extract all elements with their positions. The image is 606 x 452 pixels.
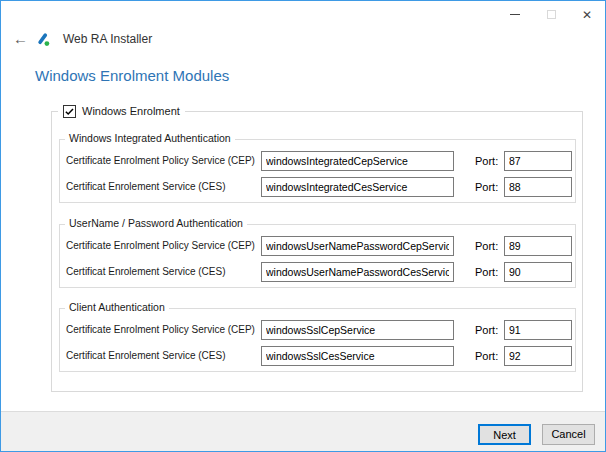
minimize-icon bbox=[510, 14, 520, 15]
userpass-ces-service-input[interactable] bbox=[261, 262, 454, 282]
cep-row: Certificate Enrolment Policy Service (CE… bbox=[66, 151, 571, 171]
ces-label: Certificat Enrolement Service (CES) bbox=[66, 262, 226, 282]
userpass-ces-port-input[interactable] bbox=[504, 262, 572, 282]
windows-enrolment-checkbox[interactable] bbox=[63, 105, 76, 118]
cep-label: Certificate Enrolment Policy Service (CE… bbox=[66, 320, 255, 340]
integrated-cep-service-input[interactable] bbox=[261, 151, 454, 171]
windows-enrolment-legend: Windows Enrolment bbox=[58, 103, 185, 119]
port-label: Port: bbox=[475, 346, 498, 366]
ssl-ces-service-input[interactable] bbox=[261, 346, 454, 366]
ssl-cep-port-input[interactable] bbox=[504, 320, 572, 340]
port-label: Port: bbox=[475, 151, 498, 171]
group-windows-integrated-auth: Windows Integrated Authentication Certif… bbox=[59, 139, 576, 203]
cancel-button[interactable]: Cancel bbox=[542, 424, 595, 445]
app-title: Web RA Installer bbox=[59, 32, 152, 46]
ces-row: Certificat Enrolement Service (CES) Port… bbox=[66, 262, 571, 282]
ssl-cep-service-input[interactable] bbox=[261, 320, 454, 340]
group-client-auth: Client Authentication Certificate Enrolm… bbox=[59, 308, 576, 372]
userpass-cep-service-input[interactable] bbox=[261, 236, 454, 256]
port-label: Port: bbox=[475, 320, 498, 340]
group-title: Windows Integrated Authentication bbox=[65, 132, 235, 144]
maximize-button bbox=[533, 1, 569, 28]
cep-row: Certificate Enrolment Policy Service (CE… bbox=[66, 320, 571, 340]
cep-label: Certificate Enrolment Policy Service (CE… bbox=[66, 151, 255, 171]
ces-row: Certificat Enrolement Service (CES) Port… bbox=[66, 346, 571, 366]
close-button[interactable]: ✕ bbox=[569, 1, 605, 28]
app-logo-icon bbox=[36, 32, 51, 47]
ces-row: Certificat Enrolement Service (CES) Port… bbox=[66, 177, 571, 197]
windows-enrolment-checkbox-label: Windows Enrolment bbox=[82, 105, 180, 117]
windows-enrolment-groupbox: Windows Enrolment Windows Integrated Aut… bbox=[51, 111, 583, 392]
port-label: Port: bbox=[475, 262, 498, 282]
port-label: Port: bbox=[475, 177, 498, 197]
next-button[interactable]: Next bbox=[478, 424, 531, 445]
cep-label: Certificate Enrolment Policy Service (CE… bbox=[66, 236, 255, 256]
port-label: Port: bbox=[475, 236, 498, 256]
ces-label: Certificat Enrolement Service (CES) bbox=[66, 177, 226, 197]
caption-buttons: ✕ bbox=[497, 1, 605, 28]
group-username-password-auth: UserName / Password Authentication Certi… bbox=[59, 224, 576, 288]
back-button[interactable]: ← bbox=[13, 30, 28, 48]
cep-row: Certificate Enrolment Policy Service (CE… bbox=[66, 236, 571, 256]
userpass-cep-port-input[interactable] bbox=[504, 236, 572, 256]
ssl-ces-port-input[interactable] bbox=[504, 346, 572, 366]
integrated-cep-port-input[interactable] bbox=[504, 151, 572, 171]
integrated-ces-service-input[interactable] bbox=[261, 177, 454, 197]
checkmark-icon bbox=[64, 106, 75, 117]
titlebar: ✕ bbox=[1, 1, 605, 29]
minimize-button[interactable] bbox=[497, 1, 533, 28]
group-title: Client Authentication bbox=[65, 301, 169, 313]
installer-window: ✕ ← Web RA Installer Windows Enrolment M… bbox=[0, 0, 606, 452]
footer: Next Cancel bbox=[1, 411, 605, 451]
maximize-icon bbox=[547, 10, 556, 19]
ces-label: Certificat Enrolement Service (CES) bbox=[66, 346, 226, 366]
group-title: UserName / Password Authentication bbox=[65, 217, 247, 229]
header: ← Web RA Installer bbox=[13, 30, 152, 48]
integrated-ces-port-input[interactable] bbox=[504, 177, 572, 197]
page-title: Windows Enrolment Modules bbox=[35, 67, 229, 84]
close-icon: ✕ bbox=[582, 9, 592, 21]
